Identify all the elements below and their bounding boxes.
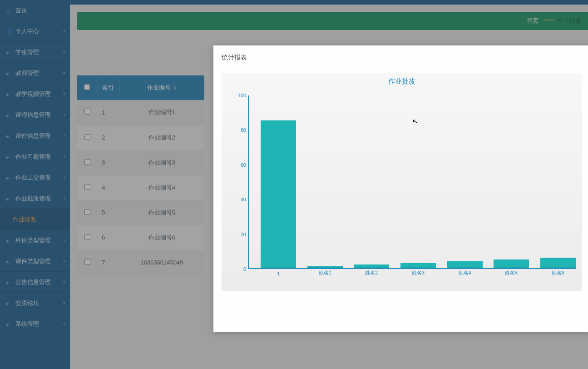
y-tick-label: 100 [235, 93, 246, 98]
x-tick-label: 姓名5 [505, 269, 518, 276]
y-tick-label: 0 [235, 266, 246, 272]
chart-modal: 统计报表 作业批改 0204060801001姓名1姓名2姓名3姓名4姓名5姓名… [213, 45, 588, 332]
y-tick-label: 80 [235, 127, 246, 133]
y-tick-label: 40 [235, 197, 246, 202]
x-tick-label: 姓名4 [459, 269, 471, 276]
chart-bar[interactable] [307, 266, 343, 268]
modal-title: 统计报表 [222, 54, 582, 62]
x-tick-label: 姓名2 [365, 269, 378, 276]
chart-bar[interactable] [540, 258, 576, 268]
chart-bar[interactable] [354, 264, 389, 268]
chart-title: 作业批改 [222, 73, 582, 86]
y-axis [248, 95, 249, 269]
x-axis [248, 268, 576, 269]
y-tick-label: 60 [235, 162, 246, 168]
x-tick-label: 姓名3 [412, 269, 425, 276]
chart-bar[interactable] [447, 261, 483, 268]
x-tick-label: 1 [277, 271, 280, 276]
chart-area: 作业批改 0204060801001姓名1姓名2姓名3姓名4姓名5姓名6 [222, 73, 582, 291]
chart-bar[interactable] [261, 120, 296, 268]
x-tick-label: 姓名6 [552, 269, 564, 276]
chart-bar[interactable] [494, 259, 529, 268]
x-tick-label: 姓名1 [319, 269, 331, 276]
y-tick-label: 20 [235, 232, 246, 237]
chart-bar[interactable] [400, 263, 436, 268]
